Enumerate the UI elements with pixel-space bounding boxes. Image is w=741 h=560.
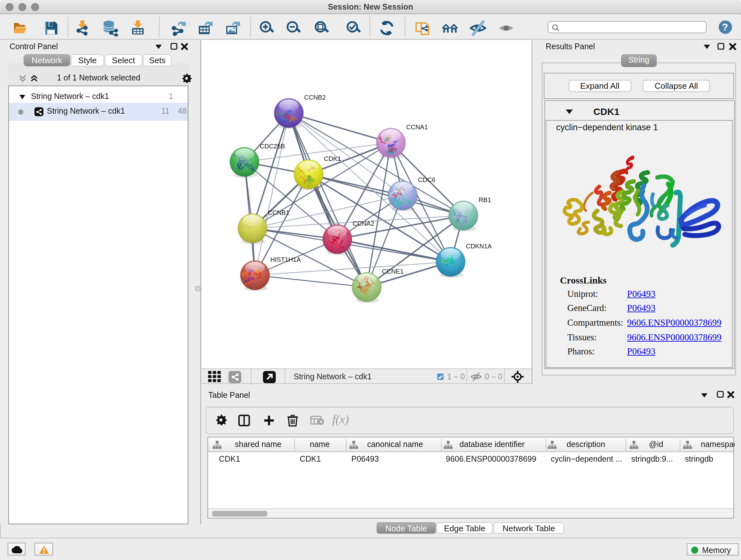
svg-text:CDK1: CDK1 [324, 155, 340, 162]
svg-text:CCNA1: CCNA1 [406, 123, 428, 130]
svg-text:CDKN1A: CDKN1A [466, 242, 492, 249]
svg-text:CDC6: CDC6 [418, 176, 435, 183]
svg-text:CCNB2: CCNB2 [304, 94, 326, 101]
svg-text:RB1: RB1 [478, 196, 491, 203]
svg-text:HIST1H1A: HIST1H1A [270, 256, 300, 263]
svg-text:CCNA2: CCNA2 [352, 220, 374, 227]
svg-text:CCNB1: CCNB1 [267, 209, 289, 216]
svg-text:CDC25B: CDC25B [259, 142, 285, 149]
svg-text:CCNE1: CCNE1 [382, 267, 403, 274]
